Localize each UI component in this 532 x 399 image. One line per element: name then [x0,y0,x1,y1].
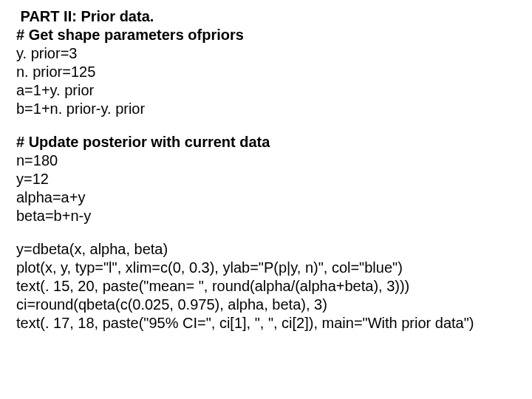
section-heading-posterior: # Update posterior with current data [16,133,519,151]
slide-content: PART II: Prior data. # Get shape paramet… [0,0,532,340]
code-line: n=180 [16,151,519,170]
code-line: y. prior=3 [16,44,519,63]
part-title: PART II: Prior data. [16,7,519,26]
blank-line [16,225,519,240]
code-line: text(. 15, 20, paste("mean= ", round(alp… [16,277,519,296]
code-line: a=1+y. prior [16,81,519,100]
code-line: y=dbeta(x, alpha, beta) [16,240,519,259]
blank-line [16,118,519,133]
section-heading-priors: # Get shape parameters ofpriors [16,26,519,44]
code-line: y=12 [16,170,519,188]
code-line: text(. 17, 18, paste("95% CI=", ci[1], "… [16,314,519,332]
code-line: b=1+n. prior-y. prior [16,100,519,118]
code-line: plot(x, y, typ="l", xlim=c(0, 0.3), ylab… [16,259,519,277]
code-line: ci=round(qbeta(c(0.025, 0.975), alpha, b… [16,296,519,314]
code-line: beta=b+n-y [16,207,519,225]
code-line: n. prior=125 [16,63,519,81]
code-line: alpha=a+y [16,188,519,207]
